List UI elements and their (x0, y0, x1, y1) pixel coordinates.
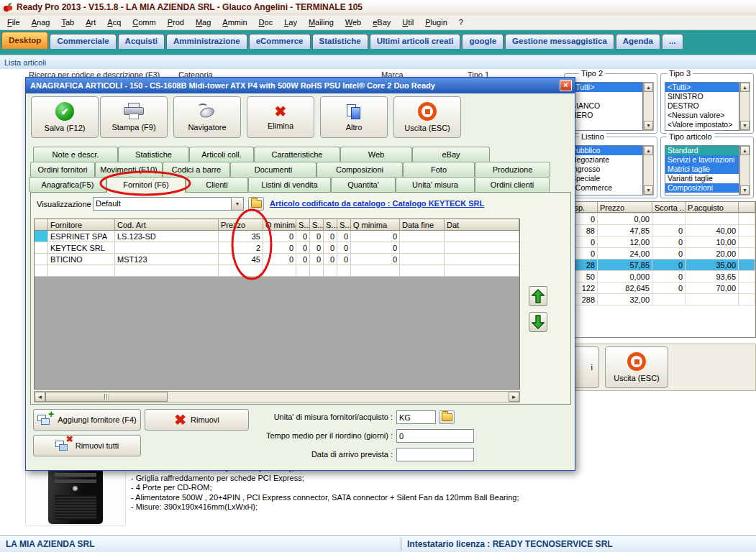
tab-amministrazione[interactable]: Amministrazione (166, 34, 247, 49)
scroll-down-icon[interactable]: ▼ (740, 121, 750, 130)
window-titlebar[interactable]: Ready Pro 2013 - V15.1.8 - LA MIA AZIEND… (0, 0, 756, 14)
list-item[interactable]: <Nessun valore> (665, 111, 739, 120)
tab-clienti[interactable]: Clienti (186, 177, 248, 192)
col-s3[interactable]: S... (324, 219, 337, 231)
stampa-button[interactable]: Stampa (F9) (100, 96, 168, 138)
col-prezzo[interactable]: Prezzo (598, 202, 652, 213)
menu-acq[interactable]: Acq (101, 16, 127, 29)
menu-ebay[interactable]: eBay (367, 16, 396, 29)
price-row[interactable]: 0 12,00 0 10,00 (565, 236, 755, 248)
suppliers-hscrollbar[interactable]: ◄ ► (34, 391, 520, 402)
tab-web[interactable]: Web (340, 147, 412, 162)
menu-mailing[interactable]: Mailing (303, 16, 340, 29)
menu-help[interactable]: ? (453, 16, 469, 29)
tab-anagrafica[interactable]: Anagrafica(F5) (29, 177, 106, 192)
tab-statistiche[interactable]: Statistiche (312, 34, 368, 49)
tab-quantita[interactable]: Quantita' (331, 177, 396, 192)
salva-button[interactable]: ✔ Salva (F12) (31, 96, 99, 138)
supplier-row-empty[interactable] (35, 265, 519, 277)
tab-listini-di-vendita[interactable]: Listini di vendita (248, 177, 331, 192)
menu-lay[interactable]: Lay (278, 16, 303, 29)
move-down-button[interactable] (529, 312, 547, 332)
menu-anag[interactable]: Anag (26, 16, 56, 29)
tab-documenti[interactable]: Documenti (230, 162, 316, 177)
scroll-left-icon[interactable]: ◄ (35, 392, 45, 402)
price-row[interactable]: 288 32,00 (565, 294, 755, 305)
tipo3-scrollbar[interactable]: ▲ ▼ (739, 82, 750, 131)
tab-statistiche[interactable]: Statistiche (118, 147, 189, 162)
tab-ordini-fornitori[interactable]: Ordini fornitori (30, 162, 95, 177)
listino-list[interactable]: Pubblico Negoziante Ingrosso Speciale eC… (568, 145, 643, 196)
menu-plugin[interactable]: Plugin (419, 16, 453, 29)
tab-ecommerce[interactable]: eCommerce (249, 34, 311, 49)
list-item[interactable]: Pubblico (569, 146, 642, 155)
price-row[interactable]: 122 82,645 0 70,00 (565, 282, 755, 294)
menu-doc[interactable]: Doc (253, 16, 279, 29)
tipo-articolo-list[interactable]: Standard Servizi e lavorazioni Matrici t… (665, 145, 739, 196)
list-item[interactable]: Composizioni (665, 183, 739, 193)
list-item[interactable]: NERO (569, 111, 642, 120)
aggiungi-fornitore-button[interactable]: + Aggiungi fornitore (F4) (33, 409, 141, 431)
uscita-background-button[interactable]: Uscita (ESC) (605, 346, 668, 388)
navigatore-button[interactable]: Navigatore (173, 96, 241, 138)
list-item[interactable]: DESTRO (665, 101, 739, 111)
list-item[interactable]: Servizi e lavorazioni (665, 155, 739, 165)
col-pacquisto[interactable]: P.acquisto (686, 202, 739, 213)
tab-desktop[interactable]: Desktop (1, 32, 48, 49)
tipo-articolo-scrollbar[interactable]: ▲ ▼ (739, 145, 750, 196)
riordino-input[interactable] (396, 429, 474, 443)
tab-gestione-messaggistica[interactable]: Gestione messaggistica (505, 34, 614, 49)
col-q-minima[interactable]: Q minima (263, 219, 296, 231)
chevron-down-icon[interactable]: ▼ (231, 198, 243, 210)
list-item[interactable]: Negoziante (569, 155, 642, 165)
tipo2-list[interactable]: <Tutti> BIANCO NERO (568, 82, 643, 131)
col-cod-art[interactable]: Cod. Art (115, 219, 219, 231)
scroll-up-icon[interactable]: ▲ (740, 146, 750, 155)
menu-prod[interactable]: Prod (162, 16, 190, 29)
rimuovi-tutti-button[interactable]: ✖ Rimuovi tutti (33, 435, 141, 456)
menu-web[interactable]: Web (340, 16, 367, 29)
list-item[interactable]: Speciale (569, 174, 642, 183)
scroll-right-icon[interactable]: ► (509, 392, 519, 402)
uscita-button[interactable]: Uscita (ESC) (393, 96, 461, 138)
col-fornitore[interactable]: Fornitore (48, 219, 115, 231)
tab-acquisti[interactable]: Acquisti (118, 34, 165, 49)
list-item[interactable]: BIANCO (569, 101, 642, 111)
menu-ammin[interactable]: Ammin (217, 16, 252, 29)
menu-mag[interactable]: Mag (190, 16, 217, 29)
list-item[interactable]: SINISTRO (665, 92, 739, 101)
menu-tab[interactable]: Tab (55, 16, 80, 29)
menu-file[interactable]: File (1, 16, 26, 29)
tab-agenda[interactable]: Agenda (616, 34, 660, 49)
col-q-minima2[interactable]: Q minima (351, 219, 400, 231)
tab-google[interactable]: google (462, 34, 504, 49)
list-item[interactable]: <Tutti> (665, 83, 739, 92)
menu-comm[interactable]: Comm (127, 16, 161, 29)
tab-more[interactable]: ... (662, 34, 683, 49)
visualizzazione-folder-button[interactable] (248, 197, 264, 211)
tab-articoli-coll[interactable]: Articoli coll. (189, 147, 254, 162)
elimina-button[interactable]: ✖ Elimina (247, 96, 314, 138)
col-dat[interactable]: Dat (445, 219, 519, 231)
tab-unita-misura[interactable]: Unita' misura (396, 177, 475, 192)
price-row[interactable]: 88 47,85 0 40,00 (565, 225, 755, 236)
supplier-row[interactable]: ESPRINET SPA LS.123-SD 35 0 0 0 0 0 0 (35, 231, 519, 242)
tab-foto[interactable]: Foto (403, 162, 475, 177)
scroll-down-icon[interactable]: ▼ (740, 185, 750, 195)
tab-produzione[interactable]: Produzione (475, 162, 550, 177)
visualizzazione-select[interactable]: Default ▼ (93, 197, 244, 211)
scroll-up-icon[interactable]: ▲ (644, 83, 653, 92)
um-input[interactable] (396, 410, 436, 424)
tipo3-list[interactable]: <Tutti> SINISTRO DESTRO <Nessun valore> … (665, 82, 739, 131)
tab-codici-a-barre[interactable]: Codici a barre (163, 162, 230, 177)
altro-button[interactable]: Altro (320, 96, 388, 138)
price-row[interactable]: 0 0,00 (565, 213, 755, 225)
tab-movimenti[interactable]: Movimenti (F10) (95, 162, 163, 177)
tipo2-scrollbar[interactable]: ▲ ▼ (643, 82, 654, 131)
move-up-button[interactable] (529, 286, 547, 306)
price-row[interactable]: 0 24,00 0 20,00 (565, 248, 755, 259)
scroll-down-icon[interactable]: ▼ (644, 121, 653, 130)
col-s4[interactable]: S... (337, 219, 351, 231)
tab-ordini-clienti[interactable]: Ordini clienti (475, 177, 550, 192)
arrivo-input[interactable] (396, 448, 474, 461)
